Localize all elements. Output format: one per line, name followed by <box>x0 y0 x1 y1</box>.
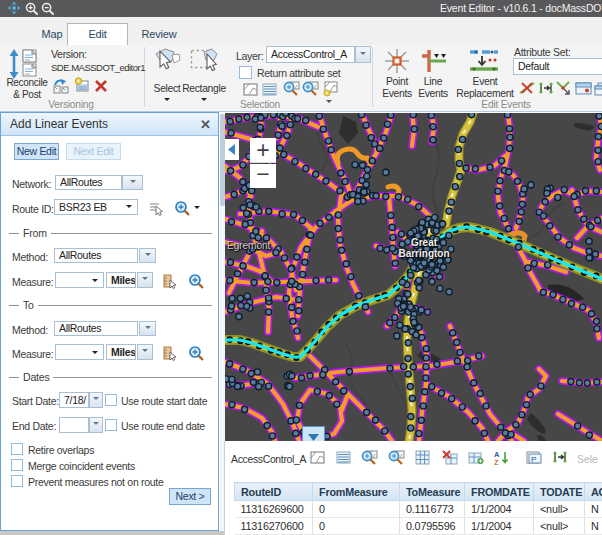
svg-text:Barrington: Barrington <box>398 248 449 259</box>
svg-text:Egremont: Egremont <box>227 240 271 251</box>
svg-text:Z: Z <box>494 458 499 465</box>
svg-text:P: P <box>531 455 536 464</box>
svg-text:Great: Great <box>411 237 438 248</box>
